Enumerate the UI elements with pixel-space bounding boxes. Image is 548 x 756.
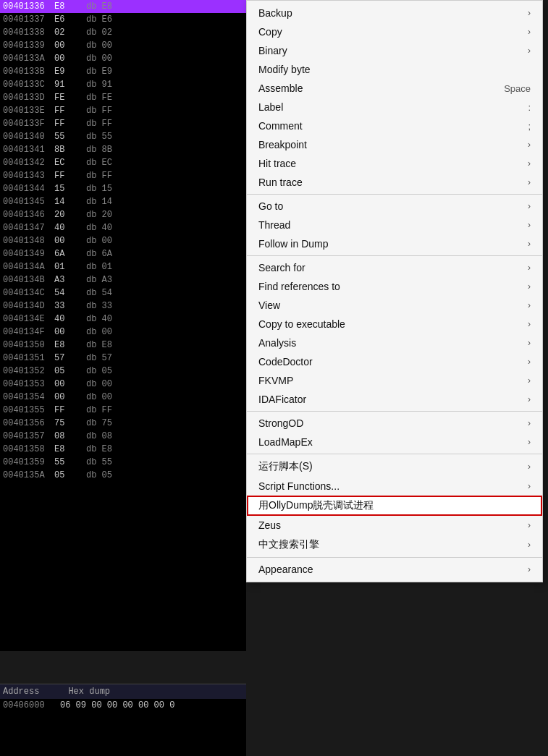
menu-item-copy-to-executable[interactable]: Copy to executable›: [247, 315, 542, 334]
menu-item-arrow-icon: ›: [528, 201, 531, 211]
disasm-row[interactable]: 00401343FFdb FF: [0, 169, 246, 182]
disasm-row[interactable]: 0040133EFFdb FF: [0, 104, 246, 117]
disasm-panel: 00401336E8db E800401337E6db E60040133802…: [0, 0, 246, 651]
menu-item-strongod[interactable]: StrongOD›: [247, 414, 542, 433]
disasm-hex: EC: [54, 158, 83, 168]
dump-header-address: Address: [3, 687, 39, 697]
disasm-hex: 00: [54, 392, 83, 402]
disasm-row[interactable]: 0040134D33db 33: [0, 300, 246, 313]
disasm-row[interactable]: 004013496Adb 6A: [0, 247, 246, 260]
disasm-db: db 00: [83, 327, 112, 337]
disasm-row[interactable]: 00401336E8db E8: [0, 0, 246, 13]
menu-item-thread[interactable]: Thread›: [247, 216, 542, 234]
disasm-row[interactable]: 00401342ECdb EC: [0, 156, 246, 169]
disasm-row[interactable]: 0040134055db 55: [0, 130, 246, 143]
menu-item-label: Modify byte: [258, 64, 531, 75]
disasm-row[interactable]: 00401350E8db E8: [0, 339, 246, 352]
menu-item-codedoctor[interactable]: CodeDoctor›: [247, 352, 542, 371]
menu-item-hit-trace[interactable]: Hit trace›: [247, 154, 542, 173]
disasm-row[interactable]: 00401355FFdb FF: [0, 404, 246, 417]
menu-item-analysis[interactable]: Analysis›: [247, 334, 542, 352]
menu-item-breakpoint[interactable]: Breakpoint›: [247, 135, 542, 154]
menu-item-follow-in-dump[interactable]: Follow in Dump›: [247, 234, 542, 253]
dump-header: Address Hex dump: [0, 684, 246, 699]
menu-item-[interactable]: 中文搜索引擎›: [247, 535, 542, 555]
disasm-addr: 00401349: [0, 249, 54, 259]
disasm-row[interactable]: 0040133802db 02: [0, 26, 246, 39]
disasm-hex: 75: [54, 418, 83, 428]
disasm-addr: 00401354: [0, 392, 54, 402]
disasm-row[interactable]: 0040134415db 15: [0, 182, 246, 195]
menu-item-ollydump[interactable]: 用OllyDump脱壳调试进程: [247, 496, 542, 516]
menu-item-arrow-icon: ›: [528, 375, 531, 386]
menu-item-arrow-icon: ›: [528, 394, 531, 404]
menu-item-shortcut: Space: [504, 83, 531, 94]
disasm-db: db FF: [83, 171, 112, 181]
disasm-db: db 00: [83, 54, 112, 64]
disasm-db: db 00: [83, 236, 112, 246]
menu-item-view[interactable]: View›: [247, 296, 542, 315]
disasm-row[interactable]: 0040133900db 00: [0, 39, 246, 52]
menu-item-zeus[interactable]: Zeus›: [247, 516, 542, 535]
disasm-hex: E8: [54, 1, 83, 12]
disasm-row[interactable]: 00401358E8db E8: [0, 443, 246, 456]
menu-item-comment[interactable]: Comment;: [247, 116, 542, 135]
disasm-row[interactable]: 0040134C54db 54: [0, 286, 246, 300]
menu-item-label: Run trace: [258, 177, 522, 188]
disasm-row[interactable]: 0040133C91db 91: [0, 78, 246, 91]
disasm-hex: 20: [54, 210, 83, 220]
disasm-row[interactable]: 0040134620db 20: [0, 208, 246, 221]
disasm-row[interactable]: 0040133BE9db E9: [0, 65, 246, 78]
menu-item-fkvmp[interactable]: FKVMP›: [247, 371, 542, 390]
disasm-row[interactable]: 0040135205db 05: [0, 365, 246, 378]
disasm-db: db E6: [83, 14, 112, 25]
disasm-addr: 0040135A: [0, 470, 54, 480]
disasm-row[interactable]: 0040135300db 00: [0, 378, 246, 391]
menu-item-arrow-icon: ›: [528, 300, 531, 310]
disasm-row[interactable]: 0040135157db 57: [0, 352, 246, 365]
disasm-row[interactable]: 0040135708db 08: [0, 430, 246, 443]
menu-item-binary[interactable]: Binary›: [247, 41, 542, 60]
disasm-row[interactable]: 0040133A00db 00: [0, 52, 246, 65]
disasm-row[interactable]: 0040134740db 40: [0, 221, 246, 234]
menu-item-label: Label: [258, 101, 513, 113]
menu-item-copy[interactable]: Copy›: [247, 22, 542, 41]
menu-item-run-trace[interactable]: Run trace›: [247, 173, 542, 192]
menu-item-backup[interactable]: Backup›: [247, 4, 542, 22]
menu-item-label: StrongOD: [258, 417, 522, 429]
disasm-row[interactable]: 0040134514db 14: [0, 195, 246, 208]
disasm-row[interactable]: 0040133DFEdb FE: [0, 91, 246, 104]
menu-item-script-functions[interactable]: Script Functions...›: [247, 477, 542, 496]
disasm-hex: E8: [54, 340, 83, 350]
disasm-db: db 02: [83, 27, 112, 38]
menu-item-assemble[interactable]: AssembleSpace: [247, 79, 542, 98]
menu-item-appearance[interactable]: Appearance›: [247, 560, 542, 579]
disasm-row[interactable]: 0040135400db 00: [0, 391, 246, 404]
disasm-row[interactable]: 0040135675db 75: [0, 417, 246, 430]
disasm-addr: 00401347: [0, 223, 54, 233]
menu-item-loadmapex[interactable]: LoadMapEx›: [247, 433, 542, 451]
disasm-row[interactable]: 0040135955db 55: [0, 456, 246, 469]
disasm-addr: 00401359: [0, 457, 54, 467]
menu-item-arrow-icon: ›: [528, 357, 531, 367]
menu-item-go-to[interactable]: Go to›: [247, 197, 542, 216]
menu-item-search-for[interactable]: Search for›: [247, 258, 542, 277]
disasm-row[interactable]: 0040134F00db 00: [0, 326, 246, 339]
disasm-row[interactable]: 0040135A05db 05: [0, 469, 246, 482]
disasm-addr: 0040134F: [0, 327, 54, 337]
disasm-row[interactable]: 00401337E6db E6: [0, 13, 246, 26]
disasm-row[interactable]: 004013418Bdb 8B: [0, 143, 246, 156]
menu-item-s[interactable]: 运行脚本(S)›: [247, 456, 542, 477]
menu-item-find-references-to[interactable]: Find references to›: [247, 277, 542, 296]
disasm-db: db 14: [83, 197, 112, 207]
disasm-hex: A3: [54, 275, 83, 285]
disasm-row[interactable]: 0040133FFFdb FF: [0, 117, 246, 130]
disasm-row[interactable]: 0040134A01db 01: [0, 260, 246, 273]
disasm-row[interactable]: 0040134BA3db A3: [0, 273, 246, 286]
disasm-row[interactable]: 0040134E40db 40: [0, 313, 246, 326]
menu-item-label[interactable]: Label:: [247, 98, 542, 116]
disasm-row[interactable]: 0040134800db 00: [0, 234, 246, 247]
disasm-addr: 00401341: [0, 145, 54, 155]
menu-item-modify-byte[interactable]: Modify byte: [247, 60, 542, 79]
menu-item-idaficator[interactable]: IDAFicator›: [247, 390, 542, 409]
